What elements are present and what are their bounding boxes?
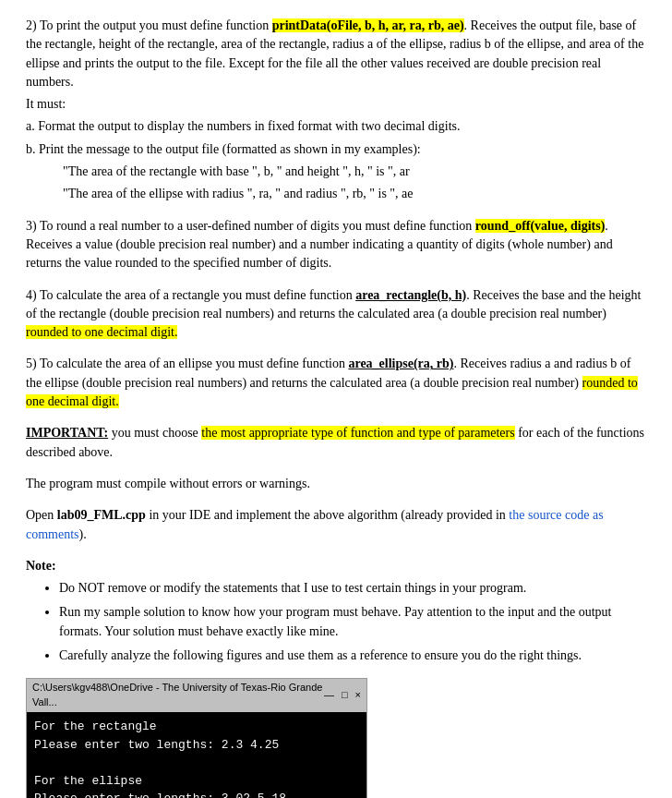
- open-prefix: Open: [26, 508, 57, 522]
- important-prefix: you must choose: [108, 426, 201, 440]
- section2-quote1: "The area of the rectangle with base ", …: [63, 163, 646, 181]
- maximize-icon[interactable]: □: [342, 688, 348, 703]
- note-section: Note: Do NOT remove or modify the statem…: [26, 557, 646, 665]
- section-2: 2) To print the output you must define f…: [26, 17, 646, 204]
- section3-prefix: 3) To round a real number to a user-defi…: [26, 219, 475, 233]
- open-end: ).: [79, 527, 87, 541]
- section2-prefix: 2) To print the output you must define f…: [26, 18, 272, 32]
- section-5: 5) To calculate the area of an ellipse y…: [26, 355, 646, 411]
- open-filename: lab09_FML.cpp: [57, 508, 146, 522]
- terminal-titlebar: C:\Users\kgv488\OneDrive - The Universit…: [27, 679, 366, 712]
- open-suffix: in your IDE and implement the above algo…: [146, 508, 509, 522]
- minimize-icon[interactable]: —: [324, 688, 334, 703]
- section4-funcname: area_rectangle(b, h): [355, 288, 466, 302]
- important-label: IMPORTANT:: [26, 426, 108, 440]
- terminal-line-5: Please enter two lengths: 3.02 5.18: [34, 790, 359, 798]
- section2-funcname: printData(oFile, b, h, ar, ra, rb, ae): [272, 18, 464, 32]
- important-section: IMPORTANT: you must choose the most appr…: [26, 424, 646, 462]
- terminal-title: C:\Users\kgv488\OneDrive - The Universit…: [32, 681, 324, 710]
- important-para: IMPORTANT: you must choose the most appr…: [26, 424, 646, 462]
- section5-prefix: 5) To calculate the area of an ellipse y…: [26, 357, 348, 370]
- section2-itemb: b. Print the message to the output file …: [26, 140, 646, 159]
- note-list: Do NOT remove or modify the statements t…: [59, 579, 646, 665]
- section2-itema: a. Format the output to display the numb…: [26, 117, 646, 136]
- open-section: Open lab09_FML.cpp in your IDE and imple…: [26, 506, 646, 544]
- note-bullet-2: Run my sample solution to know how your …: [59, 603, 646, 641]
- note-bullet-1: Do NOT remove or modify the statements t…: [59, 579, 646, 598]
- important-highlight: the most appropriate type of function an…: [201, 426, 514, 440]
- terminal-section: C:\Users\kgv488\OneDrive - The Universit…: [26, 678, 646, 798]
- compile-section: The program must compile without errors …: [26, 475, 646, 493]
- terminal-line-2: Please enter two lengths: 2.3 4.25: [34, 736, 359, 755]
- terminal-body: For the rectangle Please enter two lengt…: [27, 712, 366, 798]
- terminal-line-3: [34, 754, 359, 772]
- note-bullet-3: Carefully analyze the following figures …: [59, 647, 646, 665]
- section3-funcname: round_off(value, digits): [475, 219, 606, 233]
- note-label: Note:: [26, 557, 646, 575]
- terminal-controls: — □ ×: [324, 688, 361, 703]
- section3-para: 3) To round a real number to a user-defi…: [26, 217, 646, 273]
- terminal-line-1: For the rectangle: [34, 718, 359, 736]
- section5-para: 5) To calculate the area of an ellipse y…: [26, 355, 646, 411]
- section4-highlight: rounded to one decimal digit.: [26, 325, 177, 339]
- section-4: 4) To calculate the area of a rectangle …: [26, 286, 646, 343]
- section2-para: 2) To print the output you must define f…: [26, 17, 646, 91]
- close-icon[interactable]: ×: [355, 688, 361, 703]
- section4-prefix: 4) To calculate the area of a rectangle …: [26, 288, 355, 302]
- section-3: 3) To round a real number to a user-defi…: [26, 217, 646, 273]
- section4-para: 4) To calculate the area of a rectangle …: [26, 286, 646, 343]
- terminal-line-4: For the ellipse: [34, 772, 359, 791]
- section5-funcname: area_ellipse(ra, rb): [348, 357, 453, 370]
- section2-must: It must:: [26, 95, 646, 114]
- section2-quote2: "The area of the ellipse with radius ", …: [63, 185, 646, 203]
- compile-text: The program must compile without errors …: [26, 475, 646, 493]
- open-para: Open lab09_FML.cpp in your IDE and imple…: [26, 506, 646, 544]
- terminal-window: C:\Users\kgv488\OneDrive - The Universit…: [26, 678, 367, 798]
